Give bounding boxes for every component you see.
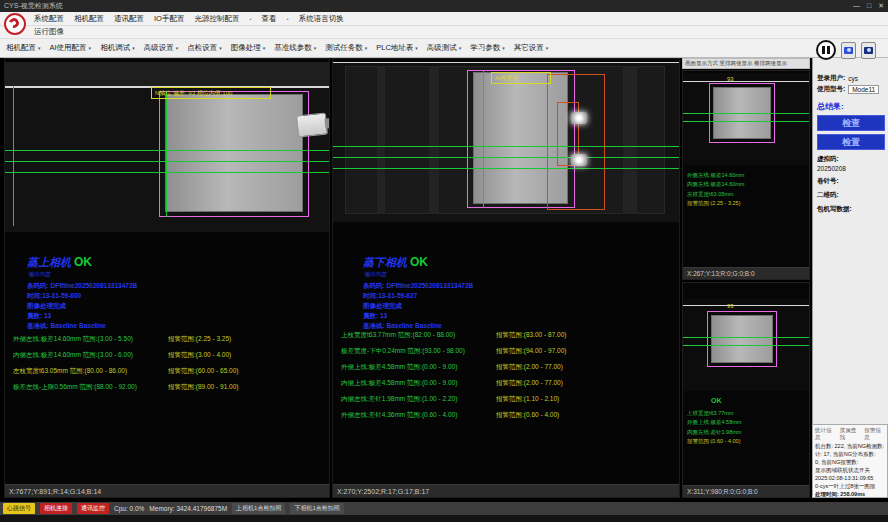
camera-name: 蒸上相机	[27, 255, 71, 270]
toolbar-ai-config[interactable]: AI使用配置▾	[50, 43, 92, 53]
toolbar-baseline-params[interactable]: 基准线参数▾	[274, 43, 316, 53]
mini-line: 内侧左线:极差14.60mm	[687, 180, 744, 189]
measurement-value: 外侧左线:差针4.36mm 范围:(0.60 - 4.00)	[341, 411, 496, 420]
comm-monitor-badge: 通讯监控	[77, 503, 109, 514]
display-mode-bar[interactable]: 画面显示方式 竖排两张显示 横排两张显示	[682, 58, 810, 69]
tab-run-image[interactable]: 运行图像	[34, 27, 64, 37]
toolbar-label: 相机配置	[6, 43, 36, 53]
connector-part	[296, 112, 328, 137]
camera-view-small-top: 93 外侧左线:极差14.60mm 内侧左线:极差14.60mm 左枝宽度t63…	[682, 70, 810, 280]
mini-line: 报警范围:(2.25 - 3.25)	[687, 199, 744, 208]
menu-item-view[interactable]: 查看	[262, 14, 277, 24]
chevron-down-icon: ▾	[38, 45, 41, 51]
toolbar-label: 图像处理	[231, 43, 261, 53]
camera-image-middle[interactable]: AI检测框	[333, 62, 679, 222]
menu-item-camera-config[interactable]: 相机配置	[74, 14, 104, 24]
toolbar-advanced-settings[interactable]: 高级设置▾	[144, 43, 179, 53]
machinery-region	[5, 62, 329, 86]
alarm-range: 报警范围:(2.00 - 77.00)	[496, 379, 563, 388]
toolbar-test-tasks[interactable]: 测试任务数▾	[325, 43, 367, 53]
minimize-button[interactable]: —	[853, 2, 860, 10]
measure-line	[5, 172, 329, 173]
measurement-row: 左枝宽度t63.05mm 范围:(80.00 - 86.00)报警范围:(60.…	[13, 367, 325, 376]
qr-code-label: 二维码:	[817, 191, 885, 200]
measurement-row: 内侧上线:极差4.58mm 范围:(0.00 - 9.00)报警范围:(2.00…	[341, 379, 675, 388]
chevron-down-icon: ▾	[415, 45, 418, 51]
image-overlay-label: 93	[727, 303, 734, 309]
lower-camera-spot-check-button[interactable]: 下相机1点检拍照	[290, 503, 343, 514]
stats-line: 显示图域联机状态开关	[815, 467, 885, 475]
measurement-value: 内侧上线:极差4.58mm 范围:(0.00 - 9.00)	[341, 379, 496, 388]
camera-icon	[844, 47, 853, 54]
machinery-bar	[429, 66, 439, 214]
stats-tab-statistics[interactable]: 统计信息	[815, 427, 836, 441]
stats-line: 计: 17, 当前NG分布系数:	[815, 451, 885, 459]
title-bar: CYS-视觉检测系统 — □ ✕	[0, 0, 888, 12]
stats-tab-search[interactable]: 按属查找	[840, 427, 861, 441]
mini-line: 外侧左线:极差14.60mm	[687, 171, 744, 180]
mini-line: 外侧上线:极差4.58mm	[687, 418, 741, 427]
toolbar-learning-params[interactable]: 学习参数▾	[470, 43, 505, 53]
toolbar-label: 测试任务数	[325, 43, 363, 53]
measurement-value: 内侧左线:极差14.60mm 范围:(3.00 - 6.00)	[13, 351, 168, 360]
pause-icon	[822, 46, 825, 54]
stats-tab-alarm[interactable]: 报警信息	[864, 427, 885, 441]
measure-line	[333, 146, 679, 147]
camera-image-small-bottom[interactable]: 93	[683, 299, 809, 391]
camera-image-small-top[interactable]: 93	[683, 73, 809, 165]
measure-line	[13, 86, 14, 226]
model-select[interactable]: Mode11	[848, 85, 879, 94]
measurement-row: 外侧上线:极差4.58mm 范围:(0.00 - 9.00)报警范围:(2.00…	[341, 363, 675, 372]
measure-line	[333, 168, 679, 169]
alarm-range: 报警范围:(1.10 - 2.10)	[496, 395, 559, 404]
menu-item-io-config[interactable]: IO手配置	[154, 14, 184, 24]
toolbar-other-settings[interactable]: 其它设置▾	[514, 43, 549, 53]
measure-line	[333, 157, 679, 158]
camera-image-left[interactable]: N轴位:偏差: 93 相位内值:100	[5, 62, 329, 232]
toolbar-label: 其它设置	[514, 43, 544, 53]
camera-capture-button[interactable]	[841, 42, 856, 59]
chevron-down-icon: ▾	[502, 45, 505, 51]
alarm-range: 报警范围:(2.00 - 77.00)	[496, 363, 563, 372]
toolbar-plc-address[interactable]: PLC地址表▾	[376, 43, 418, 53]
stats-panel: 统计信息 按属查找 报警信息 机台数: 222, 当前NG检测数: 计: 17,…	[812, 424, 888, 498]
app-logo-icon	[4, 13, 28, 37]
camera-icon	[864, 47, 873, 54]
app-window: CYS-视觉检测系统 — □ ✕ 系统配置 相机配置 通讯配置 IO手配置 光源…	[0, 0, 888, 522]
toolbar-camera-debug[interactable]: 相机调试▾	[100, 43, 135, 53]
maximize-button[interactable]: □	[867, 2, 871, 10]
user-label: 登录用户:	[817, 74, 845, 83]
alarm-range: 报警范围:(3.00 - 4.00)	[168, 351, 231, 360]
camera-view-middle: AI检测框 蒸下相机 OK 输出判定 条码码: DFffiine20250208…	[332, 58, 680, 498]
menu-separator: •	[287, 16, 289, 22]
camera-save-button[interactable]	[861, 42, 876, 59]
measurement-row: 内侧左线:极差14.60mm 范围:(3.00 - 6.00)报警范围:(3.0…	[13, 351, 325, 360]
status-bar: 心跳信号 相机连接 通讯监控 Cpu: 0.0% Memory: 3424.41…	[0, 502, 888, 515]
stats-tabs: 统计信息 按属查找 报警信息	[815, 427, 885, 441]
close-button[interactable]: ✕	[878, 2, 884, 10]
toolbar-advanced-test[interactable]: 高级测试▾	[427, 43, 462, 53]
menu-item-comm-config[interactable]: 通讯配置	[114, 14, 144, 24]
machinery-bar	[623, 66, 637, 214]
result-ok-badge: OK	[711, 397, 722, 404]
bright-edge-line	[333, 62, 679, 63]
baseline-line-text: 基准线: Baseline Baseline	[363, 321, 473, 331]
measurement-value: 左枝宽度t63.05mm 范围:(80.00 - 86.00)	[13, 367, 168, 376]
alarm-range: 报警范围:(60.00 - 65.00)	[168, 367, 238, 376]
upper-camera-spot-check-button[interactable]: 上相机1点检拍照	[232, 503, 285, 514]
alarm-range: 报警范围:(83.00 - 87.00)	[496, 331, 566, 340]
stats-line: 2025:02:08-13:31:09:65	[815, 475, 885, 483]
menu-item-language[interactable]: 系统语言切换	[299, 14, 344, 24]
barcode-line: 条码码: DFffiine2025020813313472B	[363, 281, 473, 291]
count-line: 属数: 13	[27, 311, 137, 321]
menu-item-system-config[interactable]: 系统配置	[34, 14, 64, 24]
toolbar-camera-config[interactable]: 相机配置▾	[6, 43, 41, 53]
toolbar-spot-check[interactable]: 点检设置▾	[187, 43, 222, 53]
memory-usage: Memory: 3424.41796875M	[149, 505, 227, 512]
result-status-box-1: 检查	[817, 115, 885, 131]
measurement-rows: 外侧左线:极差14.60mm 范围:(3.00 - 5.50)报警范围:(2.2…	[13, 335, 325, 399]
toolbar-image-processing[interactable]: 图像处理▾	[231, 43, 266, 53]
pause-button[interactable]	[816, 40, 836, 60]
chevron-down-icon: ▾	[459, 45, 462, 51]
menu-item-light-config[interactable]: 光源控制配置	[194, 14, 239, 24]
